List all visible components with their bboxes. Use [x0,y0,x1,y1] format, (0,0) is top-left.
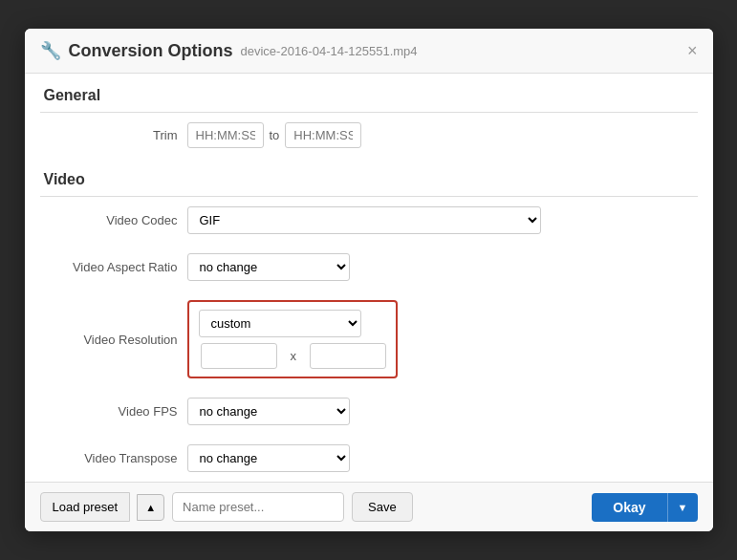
dialog-title-area: 🔧 Conversion Options device-2016-04-14-1… [40,40,418,61]
name-preset-input[interactable] [172,492,344,522]
dialog-footer: Load preset ▲ Save Okay ▼ [25,482,713,531]
video-fps-row: Video FPS no change 24 25 30 60 [25,388,713,435]
resolution-inputs-row: x [199,343,387,369]
close-button[interactable]: × [687,42,698,59]
load-preset-caret-button[interactable]: ▲ [137,494,164,521]
video-resolution-row: Video Resolution custom 1920x1080 1280x7… [25,291,713,388]
video-resolution-label: Video Resolution [44,333,178,347]
dialog-title: Conversion Options [69,41,233,61]
trim-to-label: to [270,128,280,142]
okay-group: Okay ▼ [592,493,697,522]
video-aspect-ratio-row: Video Aspect Ratio no change 4:3 16:9 1:… [25,244,713,291]
video-codec-label: Video Codec [44,213,178,227]
video-section-title: Video [25,158,713,196]
video-fps-select[interactable]: no change 24 25 30 60 [187,398,350,425]
trim-row: Trim to [25,113,713,158]
x-label: x [291,349,297,363]
trim-label: Trim [44,128,178,142]
save-button[interactable]: Save [352,492,413,522]
video-transpose-row: Video Transpose no change [25,435,713,482]
video-aspect-ratio-label: Video Aspect Ratio [44,260,178,274]
dialog-body: General Trim to Video Video Codec GIF H.… [25,74,713,482]
video-fps-label: Video FPS [44,404,178,419]
resolution-box: custom 1920x1080 1280x720 854x480 x [187,300,399,378]
dialog-header: 🔧 Conversion Options device-2016-04-14-1… [25,29,713,74]
trim-end-input[interactable] [285,122,361,148]
trim-group: to [187,122,362,148]
okay-button[interactable]: Okay [592,493,666,522]
video-codec-select[interactable]: GIF H.264 H.265 VP8 VP9 [187,206,541,234]
load-preset-button[interactable]: Load preset [40,492,131,522]
wrench-icon: 🔧 [40,40,61,61]
dialog-filename: device-2016-04-14-125551.mp4 [241,44,418,58]
video-resolution-select[interactable]: custom 1920x1080 1280x720 854x480 [199,310,361,337]
resolution-select-row: custom 1920x1080 1280x720 854x480 [199,310,387,337]
resolution-height-input[interactable] [310,343,386,369]
resolution-width-input[interactable] [201,343,277,369]
general-section-title: General [25,74,713,112]
trim-start-input[interactable] [187,122,264,148]
video-transpose-select[interactable]: no change [187,444,350,472]
okay-caret-button[interactable]: ▼ [667,493,698,522]
video-transpose-label: Video Transpose [44,451,178,465]
video-aspect-ratio-select[interactable]: no change 4:3 16:9 1:1 [187,253,350,281]
conversion-options-dialog: 🔧 Conversion Options device-2016-04-14-1… [25,29,713,531]
video-codec-row: Video Codec GIF H.264 H.265 VP8 VP9 [25,197,713,244]
